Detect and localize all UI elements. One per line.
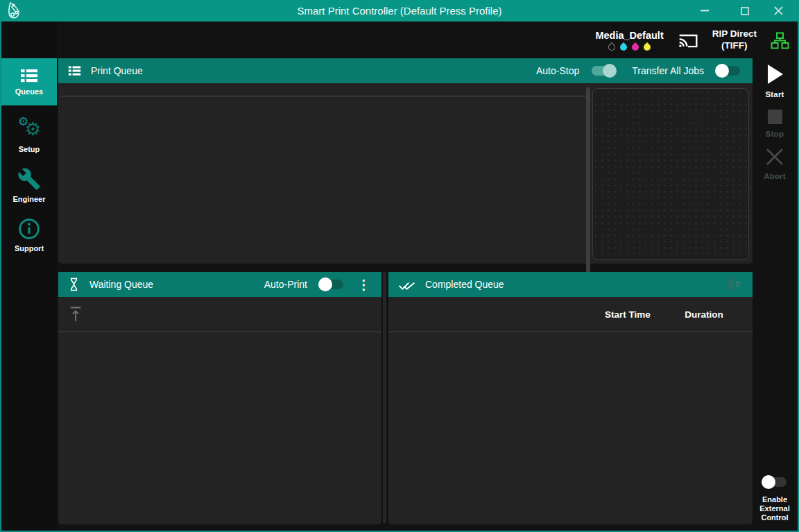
waiting-queue-toolbar (58, 297, 381, 332)
completed-queue-panel: Completed Queue Start Time Duration (388, 272, 753, 524)
ext-line1: Enable (762, 495, 787, 504)
print-queue-panel: Print Queue Auto-Stop Transfer All Jobs (58, 58, 753, 264)
abort-x-icon (765, 147, 784, 166)
rip-mode-line2: (TIFF) (712, 40, 757, 52)
ink-black-icon (607, 42, 617, 52)
action-rail: Start Stop Abort Enable External Control (752, 58, 798, 531)
hourglass-icon (68, 277, 80, 292)
window-title: Smart Print Controller (Default Press Pr… (0, 0, 799, 22)
play-icon (766, 64, 784, 85)
move-to-top-icon[interactable] (68, 306, 83, 323)
ext-line3: Control (761, 513, 788, 522)
maximize-button[interactable] (731, 0, 759, 22)
enable-external-control-toggle[interactable] (763, 477, 787, 487)
print-queue-header: Print Queue Auto-Stop Transfer All Jobs (58, 58, 753, 83)
ink-levels (608, 44, 651, 51)
panel-title: Print Queue (91, 65, 143, 76)
close-button[interactable] (764, 0, 792, 22)
panel-title: Completed Queue (425, 279, 504, 290)
ext-line2: External (759, 504, 789, 513)
stop-icon (768, 110, 782, 124)
start-label: Start (765, 90, 784, 98)
waiting-queue-header: Waiting Queue Auto-Print ⋮ (58, 272, 381, 297)
panel-title: Waiting Queue (89, 279, 153, 290)
rip-mode: RIP Direct (TIFF) (712, 28, 757, 52)
print-queue-list-divider (61, 96, 587, 96)
queue-list-icon (68, 65, 81, 76)
abort-label: Abort (764, 172, 786, 180)
completed-queue-header: Completed Queue (388, 272, 753, 297)
waiting-queue-divider (58, 332, 381, 332)
gears-icon: ⚙⚙ (17, 117, 42, 141)
stop-label: Stop (766, 130, 784, 138)
ink-yellow-icon (642, 42, 652, 52)
ink-cyan-icon (619, 42, 628, 52)
job-preview-canvas (592, 88, 749, 260)
status-strip: Media_Default RIP Direct (TIFF) (595, 23, 789, 58)
stop-button[interactable]: Stop (752, 110, 798, 138)
transfer-all-jobs-toggle[interactable] (716, 66, 740, 76)
sidebar-item-queues[interactable]: Queues (1, 58, 57, 105)
auto-stop-toggle[interactable] (592, 66, 615, 76)
start-button[interactable]: Start (752, 64, 798, 98)
network-icon[interactable] (771, 32, 789, 49)
waiting-queue-menu-icon[interactable]: ⋮ (356, 278, 372, 291)
waiting-queue-scrollbar[interactable] (383, 272, 386, 523)
print-queue-scrollbar[interactable] (586, 87, 590, 289)
queue-list-icon (20, 68, 38, 83)
clear-completed-icon[interactable] (726, 277, 743, 292)
wrench-icon (17, 167, 41, 191)
external-control: Enable External Control (752, 477, 798, 522)
transfer-all-jobs-label: Transfer All Jobs (632, 65, 704, 76)
sidebar-item-setup[interactable]: ⚙⚙ Setup (1, 112, 57, 159)
completed-queue-column-headers: Start Time Duration (388, 297, 753, 332)
sidebar-item-label: Support (15, 244, 44, 252)
media-status: Media_Default (595, 30, 663, 51)
waiting-queue-panel: Waiting Queue Auto-Print ⋮ (58, 272, 381, 524)
sidebar-item-engineer[interactable]: Engineer (1, 162, 57, 209)
media-name: Media_Default (595, 30, 663, 41)
minimize-button[interactable] (691, 0, 719, 22)
done-all-icon (398, 278, 415, 291)
app-window: Smart Print Controller (Default Press Pr… (0, 0, 799, 532)
auto-print-toggle[interactable] (320, 280, 343, 289)
sidebar-item-label: Engineer (12, 195, 45, 203)
sidebar-item-label: Setup (19, 145, 40, 153)
rip-mode-line1: RIP Direct (712, 28, 757, 40)
info-icon (18, 218, 40, 240)
sidebar-item-label: Queues (15, 87, 43, 96)
titlebar: Smart Print Controller (Default Press Pr… (0, 0, 799, 22)
ink-magenta-icon (630, 42, 640, 52)
enable-external-control-label: Enable External Control (759, 495, 789, 522)
column-start-time: Start Time (601, 309, 654, 320)
completed-queue-divider (388, 332, 753, 332)
auto-stop-label: Auto-Stop (536, 65, 579, 76)
cast-icon[interactable] (678, 31, 698, 49)
column-duration: Duration (678, 309, 730, 320)
sidebar-item-support[interactable]: Support (1, 212, 57, 259)
sidebar: Queues ⚙⚙ Setup Engineer (1, 22, 57, 531)
auto-print-label: Auto-Print (264, 279, 307, 290)
abort-button[interactable]: Abort (752, 147, 798, 180)
